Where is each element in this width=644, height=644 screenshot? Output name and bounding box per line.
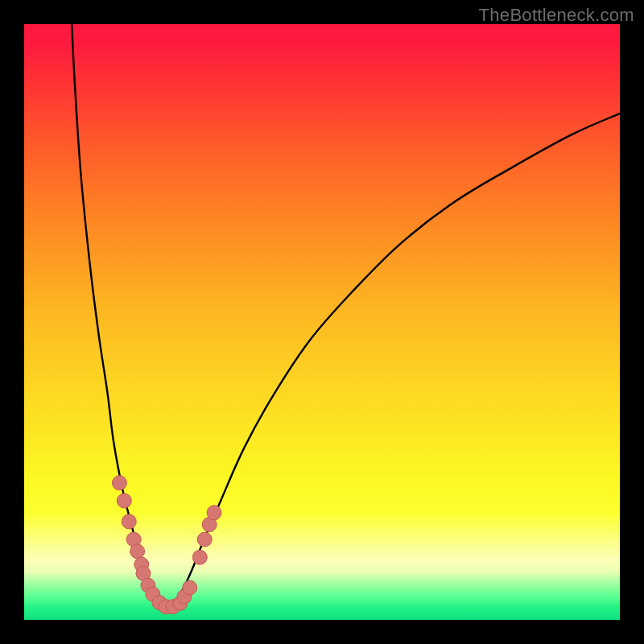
data-dot	[112, 476, 126, 490]
curve-left-branch	[72, 24, 167, 608]
chart-svg	[24, 24, 620, 620]
curve-right-branch	[167, 114, 620, 608]
chart-frame: TheBottleneck.com	[0, 0, 644, 644]
data-dot	[192, 550, 207, 564]
data-dot	[207, 506, 221, 520]
watermark-text: TheBottleneck.com	[479, 5, 634, 26]
data-dot	[117, 493, 131, 508]
data-dot	[183, 580, 197, 595]
data-dots	[112, 476, 221, 614]
bottleneck-curve	[72, 24, 620, 608]
data-dot	[197, 532, 212, 547]
data-dot	[130, 544, 145, 559]
data-dot	[122, 514, 136, 529]
